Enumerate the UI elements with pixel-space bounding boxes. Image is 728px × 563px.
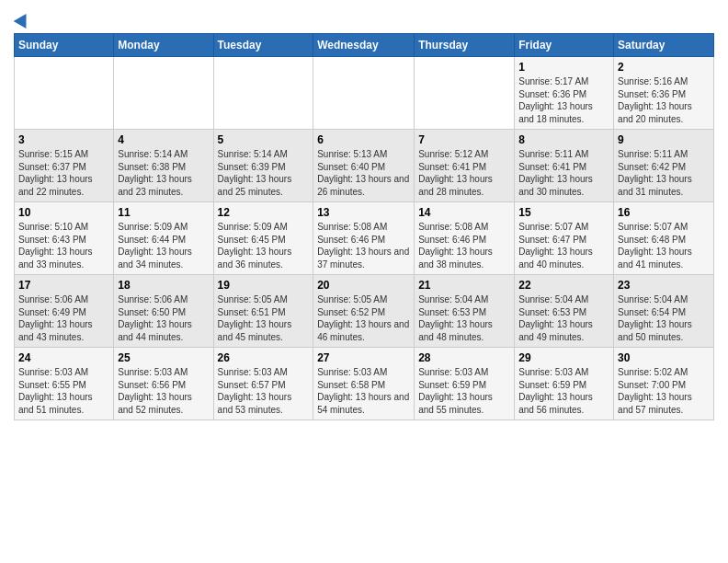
day-number: 14: [418, 206, 510, 219]
calendar-cell: [15, 57, 114, 130]
calendar-table: SundayMondayTuesdayWednesdayThursdayFrid…: [14, 33, 714, 420]
day-number: 23: [618, 279, 710, 292]
calendar-cell: 10Sunrise: 5:10 AM Sunset: 6:43 PM Dayli…: [15, 202, 114, 275]
day-info: Sunrise: 5:17 AM Sunset: 6:36 PM Dayligh…: [518, 75, 609, 125]
calendar-cell: 5Sunrise: 5:14 AM Sunset: 6:39 PM Daylig…: [213, 130, 313, 202]
calendar-cell: 8Sunrise: 5:11 AM Sunset: 6:41 PM Daylig…: [515, 130, 614, 202]
day-number: 28: [418, 351, 510, 364]
day-info: Sunrise: 5:04 AM Sunset: 6:53 PM Dayligh…: [418, 293, 510, 343]
day-number: 24: [18, 351, 109, 364]
day-info: Sunrise: 5:10 AM Sunset: 6:43 PM Dayligh…: [18, 221, 109, 270]
weekday-header-wednesday: Wednesday: [313, 34, 415, 57]
calendar-cell: 13Sunrise: 5:08 AM Sunset: 6:46 PM Dayli…: [313, 202, 415, 275]
calendar-cell: 26Sunrise: 5:03 AM Sunset: 6:57 PM Dayli…: [213, 348, 313, 420]
day-info: Sunrise: 5:07 AM Sunset: 6:47 PM Dayligh…: [518, 221, 609, 270]
day-info: Sunrise: 5:08 AM Sunset: 6:46 PM Dayligh…: [418, 221, 510, 270]
weekday-header-sunday: Sunday: [15, 34, 114, 57]
calendar-cell: 1Sunrise: 5:17 AM Sunset: 6:36 PM Daylig…: [515, 57, 614, 130]
day-info: Sunrise: 5:04 AM Sunset: 6:53 PM Dayligh…: [518, 293, 609, 343]
calendar-cell: 7Sunrise: 5:12 AM Sunset: 6:41 PM Daylig…: [415, 130, 515, 202]
day-info: Sunrise: 5:03 AM Sunset: 6:56 PM Dayligh…: [118, 366, 209, 416]
calendar-cell: 21Sunrise: 5:04 AM Sunset: 6:53 PM Dayli…: [415, 275, 515, 348]
day-info: Sunrise: 5:08 AM Sunset: 6:46 PM Dayligh…: [317, 221, 410, 270]
day-number: 7: [418, 133, 510, 146]
weekday-header-friday: Friday: [515, 34, 614, 57]
day-info: Sunrise: 5:14 AM Sunset: 6:38 PM Dayligh…: [118, 148, 209, 198]
day-info: Sunrise: 5:07 AM Sunset: 6:48 PM Dayligh…: [618, 221, 710, 270]
calendar-cell: 4Sunrise: 5:14 AM Sunset: 6:38 PM Daylig…: [114, 130, 213, 202]
day-info: Sunrise: 5:06 AM Sunset: 6:50 PM Dayligh…: [118, 293, 209, 343]
day-number: 5: [218, 133, 310, 146]
day-info: Sunrise: 5:03 AM Sunset: 6:58 PM Dayligh…: [317, 366, 410, 416]
day-info: Sunrise: 5:03 AM Sunset: 6:55 PM Dayligh…: [18, 366, 109, 416]
day-info: Sunrise: 5:06 AM Sunset: 6:49 PM Dayligh…: [18, 293, 109, 343]
day-number: 12: [218, 206, 310, 219]
day-info: Sunrise: 5:05 AM Sunset: 6:51 PM Dayligh…: [218, 293, 310, 343]
day-info: Sunrise: 5:02 AM Sunset: 7:00 PM Dayligh…: [618, 366, 710, 416]
calendar-cell: 19Sunrise: 5:05 AM Sunset: 6:51 PM Dayli…: [213, 275, 313, 348]
day-info: Sunrise: 5:09 AM Sunset: 6:45 PM Dayligh…: [218, 221, 310, 270]
calendar-cell: [415, 57, 515, 130]
day-number: 2: [618, 61, 710, 74]
day-number: 20: [317, 279, 410, 292]
calendar-cell: 25Sunrise: 5:03 AM Sunset: 6:56 PM Dayli…: [114, 348, 213, 420]
calendar-cell: 28Sunrise: 5:03 AM Sunset: 6:59 PM Dayli…: [415, 348, 515, 420]
day-number: 22: [518, 279, 609, 292]
day-number: 26: [218, 351, 310, 364]
weekday-header-saturday: Saturday: [614, 34, 714, 57]
day-number: 29: [518, 351, 609, 364]
calendar-cell: 2Sunrise: 5:16 AM Sunset: 6:36 PM Daylig…: [614, 57, 714, 130]
day-info: Sunrise: 5:14 AM Sunset: 6:39 PM Dayligh…: [218, 148, 310, 198]
day-info: Sunrise: 5:13 AM Sunset: 6:40 PM Dayligh…: [317, 148, 410, 198]
calendar-cell: 16Sunrise: 5:07 AM Sunset: 6:48 PM Dayli…: [614, 202, 714, 275]
calendar-cell: 22Sunrise: 5:04 AM Sunset: 6:53 PM Dayli…: [515, 275, 614, 348]
day-number: 30: [618, 351, 710, 364]
day-number: 13: [317, 206, 410, 219]
calendar-cell: 29Sunrise: 5:03 AM Sunset: 6:59 PM Dayli…: [515, 348, 614, 420]
calendar-week-2: 3Sunrise: 5:15 AM Sunset: 6:37 PM Daylig…: [15, 130, 714, 202]
day-number: 21: [418, 279, 510, 292]
weekday-header-tuesday: Tuesday: [213, 34, 313, 57]
day-number: 1: [518, 61, 609, 74]
day-info: Sunrise: 5:04 AM Sunset: 6:54 PM Dayligh…: [618, 293, 710, 343]
day-info: Sunrise: 5:11 AM Sunset: 6:41 PM Dayligh…: [518, 148, 609, 198]
calendar-cell: 23Sunrise: 5:04 AM Sunset: 6:54 PM Dayli…: [614, 275, 714, 348]
day-number: 27: [317, 351, 410, 364]
calendar-cell: [313, 57, 415, 130]
day-number: 19: [218, 279, 310, 292]
calendar-cell: 11Sunrise: 5:09 AM Sunset: 6:44 PM Dayli…: [114, 202, 213, 275]
day-number: 4: [118, 133, 209, 146]
page-header: [14, 9, 714, 28]
calendar-week-4: 17Sunrise: 5:06 AM Sunset: 6:49 PM Dayli…: [15, 275, 714, 348]
day-info: Sunrise: 5:11 AM Sunset: 6:42 PM Dayligh…: [618, 148, 710, 198]
calendar-cell: [213, 57, 313, 130]
calendar-body: 1Sunrise: 5:17 AM Sunset: 6:36 PM Daylig…: [15, 57, 714, 420]
day-info: Sunrise: 5:16 AM Sunset: 6:36 PM Dayligh…: [618, 75, 710, 125]
calendar-cell: 18Sunrise: 5:06 AM Sunset: 6:50 PM Dayli…: [114, 275, 213, 348]
calendar-cell: [114, 57, 213, 130]
calendar-cell: 6Sunrise: 5:13 AM Sunset: 6:40 PM Daylig…: [313, 130, 415, 202]
day-number: 10: [18, 206, 109, 219]
day-info: Sunrise: 5:03 AM Sunset: 6:59 PM Dayligh…: [418, 366, 510, 416]
weekday-header-thursday: Thursday: [415, 34, 515, 57]
day-number: 6: [317, 133, 410, 146]
day-info: Sunrise: 5:05 AM Sunset: 6:52 PM Dayligh…: [317, 293, 410, 343]
calendar-cell: 30Sunrise: 5:02 AM Sunset: 7:00 PM Dayli…: [614, 348, 714, 420]
calendar-cell: 9Sunrise: 5:11 AM Sunset: 6:42 PM Daylig…: [614, 130, 714, 202]
day-info: Sunrise: 5:12 AM Sunset: 6:41 PM Dayligh…: [418, 148, 510, 198]
calendar-cell: 17Sunrise: 5:06 AM Sunset: 6:49 PM Dayli…: [15, 275, 114, 348]
day-info: Sunrise: 5:03 AM Sunset: 6:57 PM Dayligh…: [218, 366, 310, 416]
calendar-cell: 14Sunrise: 5:08 AM Sunset: 6:46 PM Dayli…: [415, 202, 515, 275]
calendar-week-5: 24Sunrise: 5:03 AM Sunset: 6:55 PM Dayli…: [15, 348, 714, 420]
day-number: 15: [518, 206, 609, 219]
day-number: 17: [18, 279, 109, 292]
calendar-cell: 12Sunrise: 5:09 AM Sunset: 6:45 PM Dayli…: [213, 202, 313, 275]
calendar-cell: 15Sunrise: 5:07 AM Sunset: 6:47 PM Dayli…: [515, 202, 614, 275]
calendar-week-3: 10Sunrise: 5:10 AM Sunset: 6:43 PM Dayli…: [15, 202, 714, 275]
day-number: 8: [518, 133, 609, 146]
day-number: 25: [118, 351, 209, 364]
day-info: Sunrise: 5:03 AM Sunset: 6:59 PM Dayligh…: [518, 366, 609, 416]
day-number: 9: [618, 133, 710, 146]
day-number: 11: [118, 206, 209, 219]
day-number: 3: [18, 133, 109, 146]
